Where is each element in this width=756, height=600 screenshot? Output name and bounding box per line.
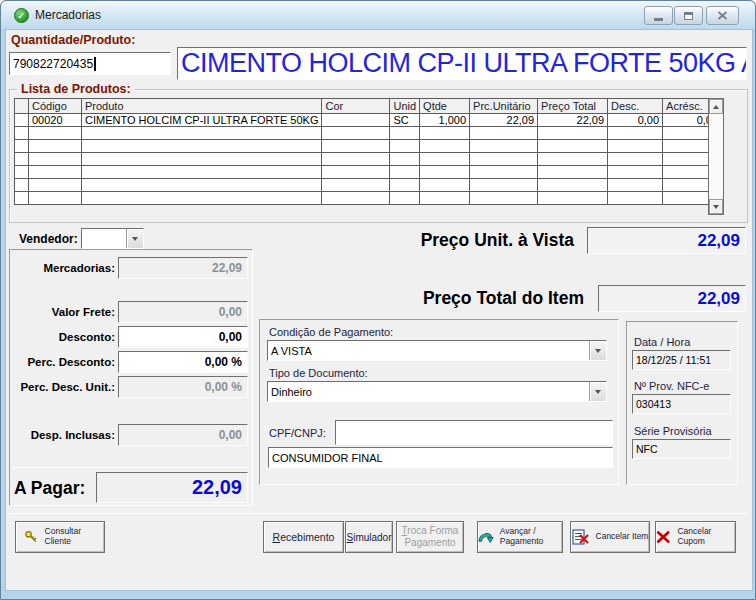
perc-desc-unit-field: 0,00 % [118,376,248,398]
cell-desc: 0,00 [608,114,663,127]
col-header-codigo: Código [29,99,82,114]
col-header-cor: Cor [322,99,390,114]
consultar-cliente-button[interactable]: Consultar Cliente [15,521,105,553]
app-window: ✓ Mercadorias Quantidade/Produto: 790822… [0,0,756,600]
troca-forma-label: Troca Forma Pagamento [397,525,463,549]
perc-desconto-label: Perc. Desconto: [9,356,115,368]
preco-total-value: 22,09 [598,285,746,312]
product-name-display: CIMENTO HOLCIM CP-II ULTRA FORTE 50KG AL… [177,47,747,80]
a-pagar-label: A Pagar: [14,478,85,499]
quantity-product-input[interactable]: 790822720435 [9,52,171,75]
text-caret [94,57,96,71]
col-header-preco-total: Preço Total [538,99,608,114]
condicao-dropdown-button[interactable] [589,341,606,360]
perc-desc-unit-label: Perc. Desc. Unit.: [9,381,115,393]
cell-indicator [15,114,29,127]
cpf-cnpj-input[interactable] [336,421,612,444]
preco-total-label: Preço Total do Item [341,288,584,309]
avancar-pagamento-button[interactable]: Avançar / Pagamento [477,521,563,553]
vendedor-dropdown-button[interactable] [126,229,143,248]
consultar-cliente-label: Consultar Cliente [45,527,104,547]
cancelar-cupom-label: Cancelar Cupom [677,527,735,547]
window-title: Mercadorias [35,8,101,22]
num-prov-nfce-field: 030413 [632,394,731,414]
product-table[interactable]: Código Produto Cor Unid Qtde Prc.Unitári… [14,98,722,205]
tipo-documento-label: Tipo de Documento: [269,367,368,379]
curved-arrow-icon [478,529,495,546]
col-header-prc-unitario: Prc.Unitário [470,99,538,114]
scroll-down-button[interactable] [709,199,723,214]
table-vertical-scrollbar[interactable] [708,98,724,215]
condicao-pagamento-value: A VISTA [268,341,589,360]
product-table-empty-row [15,153,722,166]
mercadorias-label: Mercadorias: [9,262,115,274]
desp-inclusas-label: Desp. Inclusas: [9,429,115,441]
minimize-icon [654,18,663,21]
maximize-button[interactable] [674,6,703,25]
perc-desconto-field[interactable]: 0,00 % [118,351,248,373]
data-hora-label: Data / Hora [634,336,690,348]
close-icon [717,11,728,20]
cpf-cnpj-field-wrap [335,420,613,445]
product-list-label: Lista de Produtos: [17,82,135,96]
col-header-qtde: Qtde [420,99,470,114]
cell-prc-unitario: 22,09 [470,114,538,127]
cell-produto: CIMENTO HOLCIM CP-II ULTRA FORTE 50KG [82,114,322,127]
preco-unit-label: Preço Unit. à Vista [331,230,574,251]
col-header-produto: Produto [82,99,322,114]
cancelar-item-label: Cancelar Item [596,532,649,542]
simulador-label: Simulador [346,532,391,543]
vendedor-value [82,229,126,248]
product-table-empty-row [15,140,722,153]
tipo-documento-combobox[interactable]: Dinheiro [267,381,607,402]
product-table-empty-row [15,192,722,205]
cell-codigo: 00020 [29,114,82,127]
cell-preco-total: 22,09 [538,114,608,127]
summary-divider [12,467,250,468]
tipo-documento-value: Dinheiro [268,382,589,401]
cell-qtde: 1,000 [420,114,470,127]
desconto-field[interactable]: 0,00 [118,326,248,348]
recebimento-label: Recebimento [273,531,335,543]
product-table-empty-row [15,179,722,192]
title-bar[interactable]: ✓ Mercadorias [1,1,755,29]
col-header-unid: Unid [390,99,420,114]
cliente-input[interactable] [269,449,612,468]
product-table-header-row: Código Produto Cor Unid Qtde Prc.Unitári… [15,99,722,114]
chevron-down-icon [595,390,601,394]
desconto-label: Desconto: [9,331,115,343]
arrow-up-icon [713,105,719,109]
vendedor-combobox[interactable] [81,228,144,249]
condicao-pagamento-combobox[interactable]: A VISTA [267,340,607,361]
tipo-documento-dropdown-button[interactable] [589,382,606,401]
cancelar-item-button[interactable]: Cancelar Item [570,521,650,553]
minimize-button[interactable] [644,6,673,25]
preco-unit-value: 22,09 [587,227,746,254]
a-pagar-value: 22,09 [96,472,248,503]
recebimento-button[interactable]: Recebimento [263,521,344,553]
chevron-down-icon [132,237,138,241]
bottom-divider [9,513,748,514]
cancelar-cupom-button[interactable]: Cancelar Cupom [655,521,736,553]
valor-frete-label: Valor Frete: [9,306,115,318]
close-button[interactable] [706,6,739,25]
product-table-row[interactable]: 00020 CIMENTO HOLCIM CP-II ULTRA FORTE 5… [15,114,722,127]
product-table-empty-row [15,166,722,179]
troca-forma-pagamento-button: Troca Forma Pagamento [396,521,464,553]
avancar-pagamento-label: Avançar / Pagamento [500,527,562,547]
condicao-pagamento-label: Condição de Pagamento: [269,326,393,338]
cell-unid: SC [390,114,420,127]
vendedor-label: Vendedor: [19,232,78,246]
mercadorias-field: 22,09 [118,257,248,279]
scroll-up-button[interactable] [709,99,723,114]
data-hora-field: 18/12/25 / 11:51 [632,350,731,370]
serie-provisoria-field: NFC [632,439,731,459]
product-table-empty-row [15,127,722,140]
red-x-icon [656,530,670,544]
col-header-indicator [15,99,29,114]
num-prov-nfce-label: Nº Prov. NFC-e [634,380,709,392]
quantity-product-value: 790822720435 [13,57,93,71]
simulador-button[interactable]: Simulador [345,521,393,553]
serie-provisoria-label: Série Provisória [634,425,712,437]
quantity-product-label: Quantidade/Produto: [11,33,135,47]
